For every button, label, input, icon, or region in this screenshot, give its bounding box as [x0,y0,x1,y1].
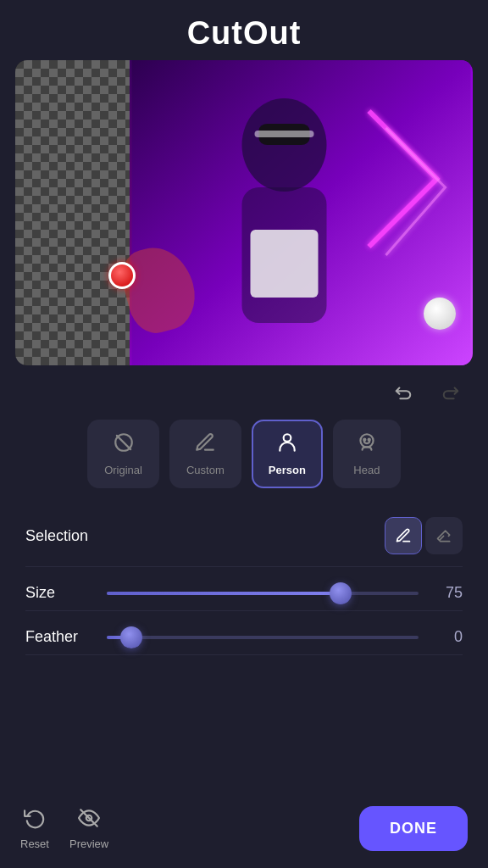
canvas-area[interactable] [15,60,473,365]
original-label: Original [104,464,142,476]
reset-icon [24,807,46,834]
mode-head[interactable]: Head [333,420,401,488]
size-slider-track[interactable] [107,592,419,595]
selection-row: Selection [25,505,463,567]
eraser-tool-button[interactable] [425,517,463,554]
svg-point-11 [368,439,369,441]
done-button[interactable]: DONE [359,806,468,851]
white-handle[interactable] [424,298,456,330]
svg-line-7 [116,436,130,449]
preview-label: Preview [69,837,108,850]
size-label: Size [25,584,93,602]
svg-rect-5 [255,131,314,137]
svg-point-10 [363,439,365,441]
undo-redo-toolbar [0,365,488,420]
selection-label: Selection [25,527,88,545]
feather-label: Feather [25,628,93,646]
feather-slider-row: Feather 0 [25,611,463,655]
size-slider-thumb[interactable] [330,582,352,604]
selection-marker[interactable] [108,262,136,289]
mode-person[interactable]: Person [252,420,323,488]
size-slider-value: 75 [432,584,463,602]
head-icon [356,431,378,459]
header: CutOut [0,0,488,60]
size-slider-fill [107,592,341,595]
person-icon [276,431,298,459]
mode-custom[interactable]: Custom [169,420,241,488]
brush-tool-button[interactable] [385,517,422,554]
svg-point-9 [360,434,373,447]
mode-selector: Original Custom Person [0,420,488,498]
custom-label: Custom [186,464,225,476]
size-slider-row: Size 75 [25,567,463,611]
svg-point-8 [283,434,291,442]
undo-button[interactable] [386,376,420,409]
feather-slider-track[interactable] [107,636,419,639]
head-label: Head [353,464,380,476]
app-title: CutOut [187,15,302,51]
svg-rect-3 [251,230,319,298]
feather-slider-thumb[interactable] [120,626,142,648]
bottom-bar: Reset Preview DONE [0,794,488,868]
preview-button[interactable]: Preview [69,807,108,850]
controls-panel: Selection Size 75 Feather [0,498,488,794]
reset-button[interactable]: Reset [20,807,49,850]
person-label: Person [269,464,306,476]
preview-icon [78,807,100,834]
selection-tools [385,517,463,554]
original-icon [113,431,135,459]
custom-icon [194,431,216,459]
feather-slider-value: 0 [432,628,463,646]
reset-label: Reset [20,837,49,850]
redo-button[interactable] [434,376,468,409]
mode-original[interactable]: Original [87,420,159,488]
